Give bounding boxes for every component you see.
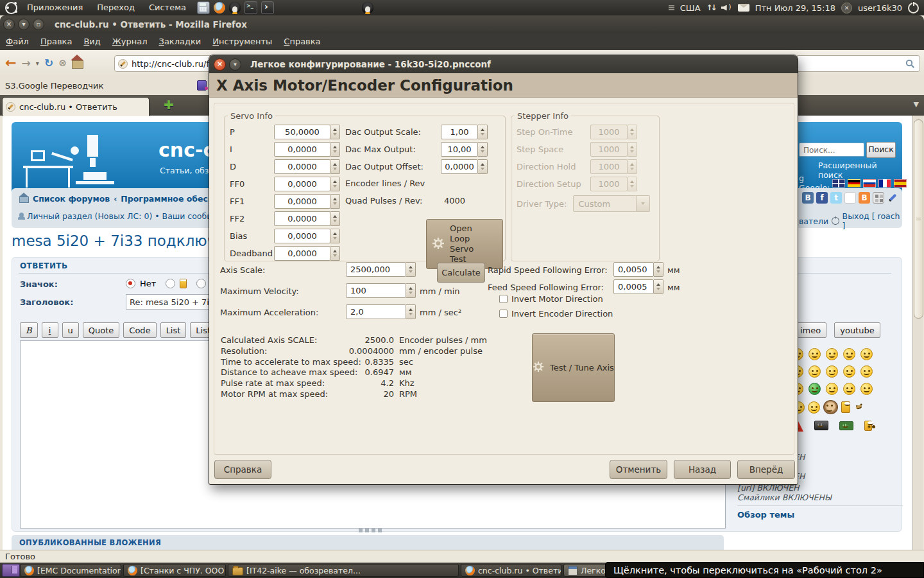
terminal-icon[interactable] bbox=[244, 1, 257, 14]
spinner[interactable] bbox=[654, 262, 663, 277]
menu-item[interactable]: Файл bbox=[0, 33, 35, 50]
dac-entry[interactable]: 1,00 bbox=[441, 125, 478, 139]
bbcode-button[interactable]: i bbox=[42, 322, 58, 338]
dac-entry[interactable]: 0,0000 bbox=[441, 159, 478, 174]
flag-fr-icon[interactable] bbox=[878, 179, 891, 188]
rapid-error-field[interactable]: 0,0050 bbox=[613, 262, 663, 277]
forward-button[interactable]: Вперёд bbox=[737, 460, 795, 479]
shade-icon[interactable]: ▾ bbox=[229, 58, 241, 71]
param-entry[interactable]: 0,0000 bbox=[274, 194, 330, 209]
smiley-geek-icon[interactable] bbox=[860, 365, 873, 378]
user-menu[interactable]: user16k30 bbox=[858, 3, 902, 13]
bbcode-button[interactable]: Quote bbox=[83, 322, 120, 338]
google-icon[interactable] bbox=[844, 192, 856, 204]
clock[interactable]: Птн Июл 29, 15:18 bbox=[755, 3, 835, 13]
calculate-button[interactable]: Calculate bbox=[437, 263, 485, 283]
invert-motor-checkbox[interactable] bbox=[499, 295, 508, 303]
bbcode-button[interactable]: u bbox=[62, 322, 79, 338]
spinner[interactable] bbox=[406, 283, 416, 298]
panel-menu[interactable]: Система bbox=[143, 0, 192, 15]
spinner[interactable] bbox=[330, 125, 340, 139]
spinner[interactable] bbox=[478, 142, 488, 157]
smiley-cheers-icon[interactable] bbox=[864, 421, 872, 431]
user-status-icon[interactable]: × bbox=[841, 3, 852, 13]
smiley-monkey-icon[interactable] bbox=[823, 400, 838, 414]
list-all-tabs-icon[interactable]: ▼ bbox=[914, 100, 919, 109]
smiley-evil-icon[interactable] bbox=[826, 365, 838, 378]
max-accel-field[interactable]: 2,0 bbox=[346, 304, 416, 319]
menu-item[interactable]: Журнал bbox=[107, 33, 153, 50]
firefox-titlebar[interactable]: × ▾ ▫ cnc-club.ru • Ответить - Mozilla F… bbox=[0, 15, 924, 33]
smiley-motor-icon[interactable] bbox=[814, 421, 828, 430]
spinner[interactable] bbox=[654, 279, 663, 294]
param-entry[interactable]: 0,0000 bbox=[274, 211, 330, 226]
smiley-pcb-icon[interactable] bbox=[839, 421, 853, 430]
media-button[interactable]: youtube bbox=[834, 322, 880, 338]
attachments-header[interactable]: ОПУБЛИКОВАННЫЕ ВЛОЖЕНИЯ bbox=[12, 535, 724, 550]
widget-icon[interactable] bbox=[873, 192, 884, 204]
smiley-professor-icon[interactable] bbox=[843, 383, 855, 395]
blogger-icon[interactable] bbox=[859, 192, 870, 204]
power-icon[interactable] bbox=[908, 3, 919, 13]
layout-indicator[interactable]: США bbox=[680, 3, 701, 13]
history-dropdown-icon[interactable]: ▾ bbox=[36, 60, 39, 67]
menu-item[interactable]: Справка bbox=[278, 33, 326, 50]
tab-cnc-club[interactable]: cnc-club.ru • Ответить bbox=[2, 97, 150, 116]
smiley-rolleyes-icon[interactable] bbox=[809, 348, 821, 360]
reload-button[interactable]: ↻ bbox=[44, 57, 53, 69]
spinner[interactable] bbox=[330, 194, 340, 209]
dialog-titlebar[interactable]: × ▾ Легкое конфигурирование - 16k30-5i20… bbox=[209, 55, 798, 73]
run-icon[interactable] bbox=[261, 1, 274, 14]
flag-es-icon[interactable] bbox=[894, 179, 907, 188]
close-icon[interactable]: × bbox=[3, 19, 15, 30]
spinner[interactable] bbox=[478, 159, 488, 174]
feed-error-field[interactable]: 0,0005 bbox=[613, 279, 663, 294]
scrollbar-thumb[interactable] bbox=[914, 119, 923, 319]
vk-icon[interactable] bbox=[802, 192, 814, 204]
forward-button[interactable]: → bbox=[22, 57, 31, 69]
test-tune-axis-button[interactable]: Test / Tune Axis bbox=[532, 333, 615, 402]
param-entry[interactable]: 0,0000 bbox=[274, 246, 330, 261]
bbcode-button[interactable]: Code bbox=[123, 322, 156, 338]
facebook-icon[interactable] bbox=[816, 192, 828, 204]
spinner[interactable] bbox=[330, 159, 340, 174]
topic-review-link[interactable]: Обзор темы bbox=[737, 510, 794, 520]
twitter-icon[interactable] bbox=[830, 192, 842, 204]
spinner[interactable] bbox=[478, 125, 488, 139]
param-entry[interactable]: 50,0000 bbox=[274, 125, 330, 139]
smiley-green-grin-icon[interactable] bbox=[809, 383, 821, 395]
spinner[interactable] bbox=[330, 142, 340, 157]
bookmark-item[interactable]: S3.Google Переводчик bbox=[0, 81, 108, 91]
menu-item[interactable]: Правка bbox=[35, 33, 78, 50]
max-velocity-field[interactable]: 100 bbox=[346, 283, 416, 298]
taskbar-item[interactable]: cnc-club.ru • Ответить - ... bbox=[461, 564, 561, 577]
flag-de-icon[interactable] bbox=[848, 179, 860, 188]
stop-button[interactable]: ⊗ bbox=[58, 57, 67, 69]
open-loop-test-button[interactable]: Open Loop Servo Test bbox=[426, 219, 503, 269]
mail-icon[interactable] bbox=[738, 4, 749, 12]
smiley-cool-icon[interactable] bbox=[843, 348, 855, 360]
forum-search-button[interactable]: Поиск bbox=[866, 142, 896, 158]
logout-link[interactable]: Выход [ roach ] bbox=[843, 211, 902, 231]
flag-uk-icon[interactable] bbox=[832, 179, 845, 188]
breadcrumb-forums-link[interactable]: Список форумов bbox=[33, 194, 110, 204]
taskbar-item[interactable]: [Станки с ЧПУ. ООО "Айк-... bbox=[123, 564, 226, 577]
param-entry[interactable]: 0,0000 bbox=[274, 177, 330, 191]
axis-scale-field[interactable]: 2500,000 bbox=[346, 262, 416, 277]
spinner[interactable] bbox=[330, 246, 340, 261]
param-entry[interactable]: 0,0000 bbox=[274, 159, 330, 174]
page-scrollbar[interactable] bbox=[912, 116, 923, 550]
taskbar-item[interactable]: [EMC Documentation Wiki: ... bbox=[20, 564, 121, 577]
radio-pcb[interactable] bbox=[196, 279, 206, 288]
network-icon[interactable]: ↑↓ bbox=[706, 3, 715, 12]
bbcode-button[interactable]: B bbox=[20, 322, 38, 338]
smiley-confused-icon[interactable] bbox=[826, 348, 838, 360]
smiley-beer-icon[interactable] bbox=[841, 401, 850, 413]
forum-search-input[interactable] bbox=[802, 145, 862, 155]
panel-menu[interactable]: Переход bbox=[91, 0, 141, 15]
menu-item[interactable]: Вид bbox=[78, 33, 106, 50]
workspace-switcher[interactable] bbox=[2, 564, 20, 577]
bbcode-button[interactable]: List bbox=[160, 322, 187, 338]
maximize-icon[interactable]: ▫ bbox=[33, 19, 44, 30]
spinner[interactable] bbox=[330, 229, 340, 243]
